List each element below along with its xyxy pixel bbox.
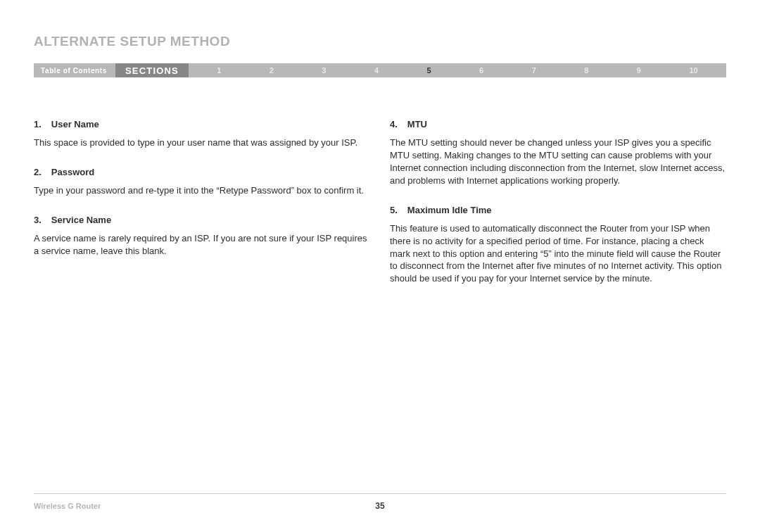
- toc-link[interactable]: Table of Contents: [34, 67, 115, 75]
- content: 1.User NameThis space is provided to typ…: [34, 118, 726, 302]
- entry: 1.User NameThis space is provided to typ…: [34, 118, 370, 149]
- section-link-7[interactable]: 7: [532, 63, 536, 77]
- entry-title: User Name: [51, 119, 99, 129]
- section-numbers: 12345678910: [189, 63, 726, 77]
- footer-divider: [34, 493, 726, 494]
- entry-body: The MTU setting should never be changed …: [390, 137, 726, 187]
- page-number: 35: [375, 501, 384, 511]
- entry-number: 1.: [34, 119, 42, 129]
- section-link-4[interactable]: 4: [374, 63, 379, 77]
- entry-title: Password: [51, 167, 94, 177]
- entry: 2.PasswordType in your password and re-t…: [34, 166, 370, 197]
- entry-body: Type in your password and re-type it int…: [34, 184, 370, 197]
- product-name: Wireless G Router: [34, 502, 101, 510]
- entry-body: This feature is used to automatically di…: [390, 222, 726, 286]
- section-link-5[interactable]: 5: [427, 63, 431, 77]
- footer: Wireless G Router 35: [34, 493, 726, 511]
- left-column: 1.User NameThis space is provided to typ…: [34, 118, 370, 302]
- entry-number: 3.: [34, 215, 42, 225]
- section-link-1[interactable]: 1: [217, 63, 221, 77]
- entry-body: A service name is rarely required by an …: [34, 232, 370, 258]
- section-link-9[interactable]: 9: [637, 63, 641, 77]
- entry-number: 2.: [34, 167, 42, 177]
- entry-title: MTU: [407, 119, 427, 129]
- sections-label: SECTIONS: [115, 63, 189, 77]
- nav-bar: Table of Contents SECTIONS 12345678910: [34, 63, 726, 77]
- entry: 3.Service NameA service name is rarely r…: [34, 214, 370, 258]
- right-column: 4.MTUThe MTU setting should never be cha…: [390, 118, 726, 302]
- section-link-10[interactable]: 10: [689, 63, 697, 77]
- entry: 5.Maximum Idle TimeThis feature is used …: [390, 204, 726, 286]
- entry-heading: 3.Service Name: [34, 214, 370, 227]
- entry-heading: 5.Maximum Idle Time: [390, 204, 726, 217]
- section-link-3[interactable]: 3: [322, 63, 326, 77]
- entry-number: 4.: [390, 119, 398, 129]
- section-link-8[interactable]: 8: [584, 63, 588, 77]
- entry-body: This space is provided to type in your u…: [34, 137, 370, 149]
- entry-heading: 4.MTU: [390, 118, 726, 131]
- section-link-6[interactable]: 6: [479, 63, 483, 77]
- entry-title: Service Name: [51, 215, 111, 225]
- entry-heading: 1.User Name: [34, 118, 370, 131]
- section-link-2[interactable]: 2: [270, 63, 274, 77]
- entry-heading: 2.Password: [34, 166, 370, 179]
- entry-title: Maximum Idle Time: [407, 205, 492, 215]
- page-title: ALTERNATE SETUP METHOD: [34, 34, 726, 49]
- entry: 4.MTUThe MTU setting should never be cha…: [390, 118, 726, 187]
- entry-number: 5.: [390, 205, 398, 215]
